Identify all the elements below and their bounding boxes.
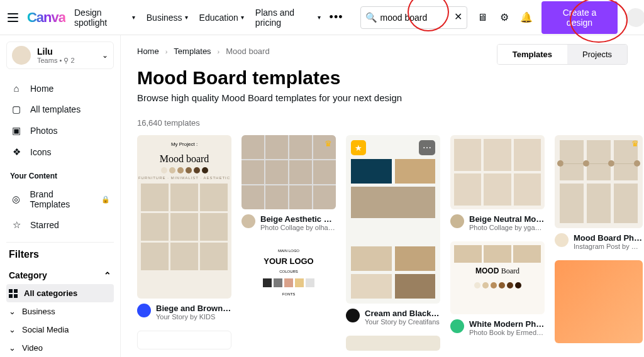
author-avatar — [242, 214, 255, 228]
profile-team: Teams • ⚲ 2 — [37, 57, 75, 65]
chevron-down-icon: ▾ — [241, 14, 244, 21]
sidebar-item-brand-templates[interactable]: ◎Brand Templates🔒 — [6, 184, 114, 214]
category-video[interactable]: ⌄Video — [6, 339, 114, 357]
template-thumbnail — [346, 336, 440, 351]
create-design-button[interactable]: Create a design — [541, 1, 618, 34]
template-card[interactable]: My Project : Mood board FURNITURE · MINI… — [137, 135, 231, 321]
template-thumbnail — [450, 135, 545, 209]
main-content: Home› Templates› Mood board Templates Pr… — [121, 35, 644, 357]
sidebar: Lilu Teams • ⚲ 2 ⌄ ⌂Home ▢All templates … — [0, 35, 121, 357]
crumb-templates[interactable]: Templates — [174, 47, 211, 56]
chevron-down-icon: ▾ — [318, 14, 321, 21]
templates-icon: ▢ — [10, 104, 23, 115]
more-icon[interactable]: ⋯ — [419, 140, 435, 155]
chevron-down-icon: ▾ — [185, 14, 188, 21]
template-card[interactable]: Beige Neutral Mood …Photo Collage by yga… — [450, 135, 545, 231]
grid-icon — [9, 289, 18, 298]
template-author: Your Story by KIDS — [156, 313, 231, 321]
author-avatar — [346, 309, 360, 322]
sidebar-item-starred[interactable]: ☆Starred — [6, 214, 114, 236]
tab-templates[interactable]: Templates — [497, 45, 567, 64]
home-icon: ⌂ — [10, 83, 23, 94]
template-title: Biege and Brown Mo… — [156, 304, 231, 313]
chevron-down-icon: ⌄ — [9, 343, 16, 353]
crown-icon: ♛ — [325, 139, 332, 148]
tab-projects[interactable]: Projects — [567, 45, 627, 64]
top-nav: Canva Design spotlight▾ Business▾ Educat… — [0, 0, 644, 35]
nav-plans[interactable]: Plans and pricing▾ — [255, 8, 321, 28]
author-avatar — [450, 319, 464, 333]
desktop-icon[interactable]: 🖥 — [476, 11, 489, 25]
gear-icon[interactable]: ⚙ — [498, 11, 511, 25]
profile-name: Lilu — [37, 47, 75, 57]
template-card[interactable]: ♛ Mood Board Photo C…Instagram Post by P… — [555, 135, 643, 250]
template-card[interactable]: MOOD Board White Modern Photo …Photo Boo… — [450, 241, 545, 336]
sidebar-item-home[interactable]: ⌂Home — [6, 78, 114, 99]
template-author: Photo Book by Ermedia S… — [469, 329, 545, 336]
page-title: Mood Board templates — [137, 67, 644, 89]
author-avatar — [450, 214, 464, 228]
logo[interactable]: Canva — [27, 9, 65, 26]
template-author: Photo Collage by yganko — [469, 224, 545, 231]
icons-icon: ❖ — [10, 146, 23, 158]
template-title: Beige Neutral Mood … — [469, 214, 545, 224]
team-switcher[interactable]: Lilu Teams • ⚲ 2 ⌄ — [6, 41, 114, 69]
author-avatar — [137, 304, 151, 317]
clear-search-icon[interactable]: ✕ — [454, 11, 462, 23]
chevron-down-icon: ⌄ — [102, 51, 108, 60]
template-thumbnail — [137, 331, 231, 349]
nav-education[interactable]: Education▾ — [199, 8, 244, 28]
bell-icon[interactable]: 🔔 — [519, 11, 533, 25]
page-subtitle: Browse high quality Mood Board templates… — [137, 92, 644, 103]
chevron-up-icon: ⌃ — [104, 270, 111, 280]
author-avatar — [555, 233, 569, 247]
category-social-media[interactable]: ⌄Social Media — [6, 321, 114, 339]
template-thumbnail: ♛ — [242, 135, 336, 209]
chevron-down-icon: ▾ — [132, 14, 135, 21]
crumb-current: Mood board — [226, 47, 269, 56]
category-all[interactable]: All categories — [6, 284, 114, 302]
template-card[interactable] — [555, 260, 643, 343]
primary-nav: Design spotlight▾ Business▾ Education▾ P… — [74, 8, 321, 28]
crumb-home[interactable]: Home — [137, 47, 159, 56]
star-icon[interactable]: ★ — [351, 140, 366, 155]
nav-business[interactable]: Business▾ — [147, 8, 188, 28]
template-author: Instagram Post by Pure T… — [574, 243, 643, 250]
nav-design-spotlight[interactable]: Design spotlight▾ — [74, 8, 135, 28]
template-card[interactable]: ★ ⋯ Cream and Black Mo…Your Story by Cre… — [346, 135, 440, 326]
chevron-down-icon: ⌄ — [9, 307, 16, 316]
avatar[interactable] — [626, 8, 644, 27]
chevron-down-icon: ⌄ — [9, 325, 16, 334]
template-author: Photo Collage by olhahla… — [260, 224, 336, 231]
star-icon: ☆ — [10, 219, 23, 231]
template-thumbnail: MAIN LOGO YOUR LOGO COLOURS FONTS — [242, 241, 336, 336]
template-title: Cream and Black Mo… — [365, 309, 440, 318]
template-thumbnail: MOOD Board — [450, 241, 545, 314]
template-author: Your Story by Creatifans — [365, 318, 440, 326]
template-thumbnail — [555, 260, 643, 343]
template-gallery: My Project : Mood board FURNITURE · MINI… — [137, 135, 644, 351]
lock-icon: 🔒 — [101, 195, 110, 204]
filters-heading: Filters — [9, 249, 114, 260]
template-title: Beige Aesthetic Mini… — [260, 214, 336, 224]
category-business[interactable]: ⌄Business — [6, 302, 114, 321]
avatar — [12, 46, 31, 65]
sidebar-item-icons[interactable]: ❖Icons — [6, 141, 114, 163]
crown-icon: ♛ — [631, 139, 639, 148]
search-icon: 🔍 — [365, 12, 377, 23]
template-thumbnail: ★ ⋯ — [346, 135, 440, 304]
sidebar-item-photos[interactable]: ▣Photos — [6, 120, 114, 141]
template-card[interactable]: ♛ Beige Aesthetic Mini…Photo Collage by … — [242, 135, 336, 231]
section-your-content: Your Content — [10, 172, 114, 180]
template-thumbnail: ♛ — [555, 135, 643, 228]
template-card[interactable]: MAIN LOGO YOUR LOGO COLOURS FONTS — [242, 241, 336, 336]
template-card[interactable] — [346, 336, 440, 351]
template-card[interactable] — [137, 331, 231, 349]
menu-icon[interactable] — [8, 13, 18, 22]
view-tabs: Templates Projects — [497, 44, 628, 65]
brand-icon: ◎ — [10, 194, 22, 205]
category-toggle[interactable]: Category⌃ — [6, 266, 114, 284]
sidebar-item-all-templates[interactable]: ▢All templates — [6, 99, 114, 120]
more-menu-icon[interactable]: ••• — [330, 11, 343, 24]
template-title: White Modern Photo … — [469, 319, 545, 329]
